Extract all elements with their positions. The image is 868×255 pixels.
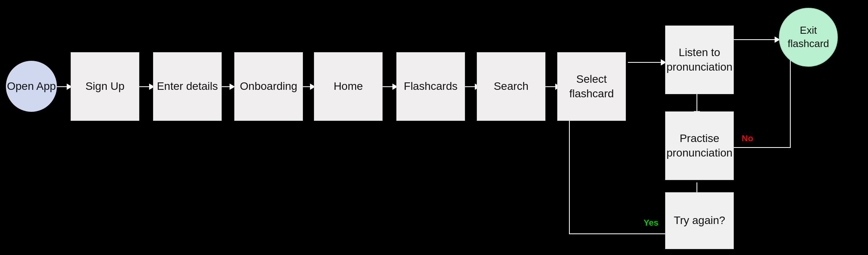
home-node: Home bbox=[314, 52, 383, 121]
exit-flashcard-node: Exit flashcard bbox=[779, 8, 838, 67]
listen-pronunciation-node: Listen to pronunciation bbox=[665, 26, 734, 94]
yes-label: Yes bbox=[644, 218, 658, 228]
no-label: No bbox=[742, 133, 753, 144]
sign-up-node: Sign Up bbox=[71, 52, 139, 121]
try-again-node: Try again? bbox=[665, 192, 734, 249]
open-app-node: Open App bbox=[6, 61, 57, 112]
onboarding-node: Onboarding bbox=[234, 52, 303, 121]
search-node: Search bbox=[477, 52, 545, 121]
practise-pronunciation-node: Practise pronunciation bbox=[665, 111, 734, 180]
flashcards-node: Flashcards bbox=[396, 52, 465, 121]
enter-details-node: Enter details bbox=[153, 52, 222, 121]
select-flashcard-node: Select flashcard bbox=[557, 52, 626, 121]
